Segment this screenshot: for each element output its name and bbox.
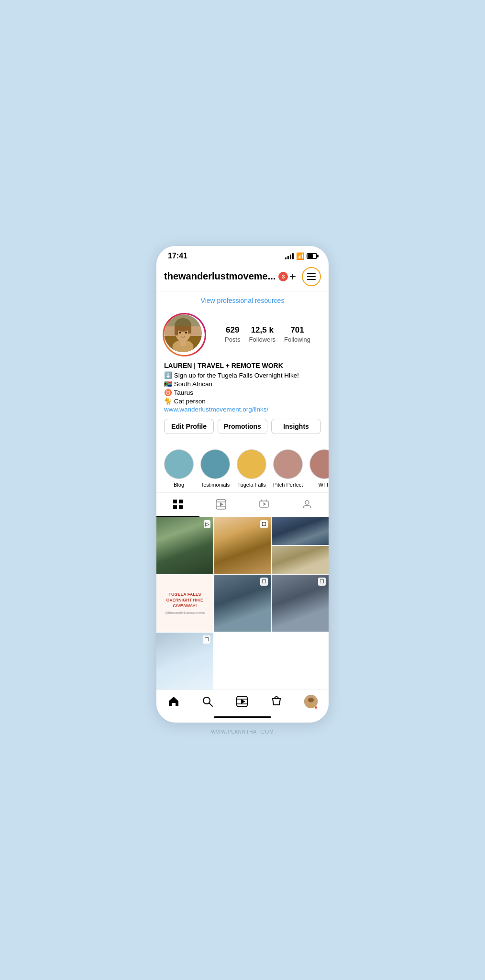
nav-home[interactable] — [167, 695, 180, 708]
svg-rect-11 — [164, 314, 202, 326]
profile-section: 629 Posts 12,5 k Followers 701 Following… — [156, 310, 329, 445]
menu-button[interactable] — [302, 267, 321, 286]
highlight-pitch-perfect[interactable]: Pitch Perfect — [273, 449, 303, 488]
svg-marker-28 — [241, 699, 245, 704]
followers-label: Followers — [249, 336, 276, 343]
bio-line-2: 🇿🇦 South African — [164, 380, 321, 388]
tab-igtv[interactable] — [242, 493, 286, 517]
nav-search[interactable] — [201, 695, 214, 708]
nav-shop[interactable] — [270, 695, 283, 708]
highlight-blog[interactable]: Blog — [164, 449, 194, 488]
svg-point-23 — [305, 501, 309, 504]
svg-point-9 — [179, 332, 181, 334]
bio-section: LAUREN | TRAVEL + REMOTE WORK ⬇️ Sign up… — [164, 362, 321, 413]
menu-line — [307, 276, 316, 277]
wifi-icon: 📶 — [296, 252, 304, 260]
grid-cell-2[interactable]: ☐ — [214, 517, 271, 574]
svg-point-10 — [185, 332, 187, 334]
highlight-wfh[interactable]: WFH — [309, 449, 329, 488]
phone-outer: 17:41 📶 thewanderlustmoveme... 3 — [149, 236, 336, 744]
menu-line — [307, 279, 316, 280]
following-label: Following — [284, 336, 310, 343]
profile-stats: 629 Posts 12,5 k Followers 701 Following — [214, 325, 321, 344]
insights-button[interactable]: Insights — [271, 419, 321, 434]
bio-line-4: 🐈 Cat person — [164, 397, 321, 405]
shop-icon — [270, 695, 283, 708]
action-buttons: Edit Profile Promotions Insights — [164, 419, 321, 434]
battery-icon — [307, 253, 317, 259]
edit-profile-button[interactable]: Edit Profile — [164, 419, 214, 434]
svg-rect-13 — [179, 500, 183, 503]
pro-resources-bar: View professional resources — [156, 291, 329, 310]
signal-icon — [285, 253, 294, 259]
bio-line-1: ⬇️ Sign up for the Tugela Falls Overnigh… — [164, 371, 321, 379]
home-indicator — [156, 712, 329, 723]
bio-link[interactable]: www.wanderlustmovement.org/links/ — [164, 406, 321, 413]
giveaway-title: TUGELA FALLSOVERNIGHT HIKEGIVEAWAY! — [166, 592, 204, 609]
bio-line-3: ♉ Taurus — [164, 389, 321, 396]
svg-point-33 — [308, 698, 314, 702]
avatar-ring — [163, 313, 206, 356]
giveaway-sub: @thewanderlustmovement — [165, 611, 205, 614]
grid-cell-3[interactable] — [272, 517, 329, 574]
profile-dot — [314, 706, 318, 709]
header: thewanderlustmoveme... 3 + — [156, 264, 329, 291]
posts-stat[interactable]: 629 Posts — [225, 325, 241, 344]
reels-icon — [215, 499, 227, 510]
svg-rect-14 — [173, 505, 177, 509]
promotions-button[interactable]: Promotions — [218, 419, 267, 434]
grid-cell-5[interactable]: ☐ — [272, 575, 329, 632]
status-bar: 17:41 📶 — [156, 246, 329, 264]
add-post-button[interactable]: + — [289, 270, 296, 283]
svg-rect-15 — [179, 505, 183, 509]
following-stat[interactable]: 701 Following — [284, 325, 310, 344]
header-username: thewanderlustmoveme... 3 — [164, 271, 288, 282]
phone-frame: 17:41 📶 thewanderlustmoveme... 3 — [156, 246, 329, 723]
tab-reels[interactable] — [199, 493, 242, 517]
pro-resources-link[interactable]: View professional resources — [201, 297, 285, 304]
grid-cell-6[interactable]: ☐ — [156, 633, 213, 690]
photo-grid: ▷ ☐ TUGELA FALLSOVERNIGHT HIKEGIVEAWAY! … — [156, 517, 329, 690]
svg-rect-7 — [175, 325, 178, 335]
svg-rect-20 — [260, 501, 268, 507]
svg-marker-17 — [220, 502, 223, 506]
nav-reels[interactable] — [236, 695, 248, 708]
avatar — [164, 314, 202, 352]
watermark: WWW.PLANNTHAT.COM — [211, 729, 274, 735]
avatar-wrapper — [164, 314, 205, 355]
status-icons: 📶 — [285, 252, 317, 260]
posts-label: Posts — [225, 336, 241, 343]
following-count: 701 — [284, 325, 310, 335]
album-badge-4: ☐ — [203, 635, 210, 644]
giveaway-content: TUGELA FALLSOVERNIGHT HIKEGIVEAWAY! @the… — [156, 575, 213, 632]
album-badge-3: ☐ — [318, 578, 326, 586]
album-badge: ☐ — [260, 520, 268, 528]
highlight-testimonials[interactable]: Testimonials — [200, 449, 230, 488]
tab-grid[interactable] — [156, 493, 199, 517]
content-tabs — [156, 492, 329, 517]
followers-stat[interactable]: 12,5 k Followers — [249, 325, 276, 344]
tagged-icon — [301, 499, 313, 510]
bio-name: LAUREN | TRAVEL + REMOTE WORK — [164, 362, 321, 369]
tab-tagged[interactable] — [286, 493, 329, 517]
igtv-icon — [258, 499, 270, 510]
username-text: thewanderlustmoveme... — [164, 271, 276, 282]
grid-cell-4[interactable]: ☐ — [214, 575, 271, 632]
album-badge-2: ☐ — [260, 578, 268, 586]
grid-cell-giveaway[interactable]: TUGELA FALLSOVERNIGHT HIKEGIVEAWAY! @the… — [156, 575, 213, 632]
home-icon — [167, 695, 180, 708]
profile-top: 629 Posts 12,5 k Followers 701 Following — [164, 314, 321, 355]
bottom-nav — [156, 690, 329, 712]
svg-rect-12 — [173, 500, 177, 503]
video-badge: ▷ — [204, 520, 210, 528]
home-bar — [214, 716, 271, 718]
svg-line-26 — [209, 703, 213, 706]
highlight-tugela-falls[interactable]: Tugela Falls — [237, 449, 266, 488]
nav-profile[interactable] — [304, 695, 318, 708]
grid-cell-1[interactable]: ▷ — [156, 517, 213, 574]
header-actions: + — [289, 267, 321, 286]
reels-nav-icon — [236, 695, 248, 708]
notification-badge: 3 — [278, 272, 288, 281]
status-time: 17:41 — [168, 252, 187, 260]
search-icon — [201, 695, 214, 708]
